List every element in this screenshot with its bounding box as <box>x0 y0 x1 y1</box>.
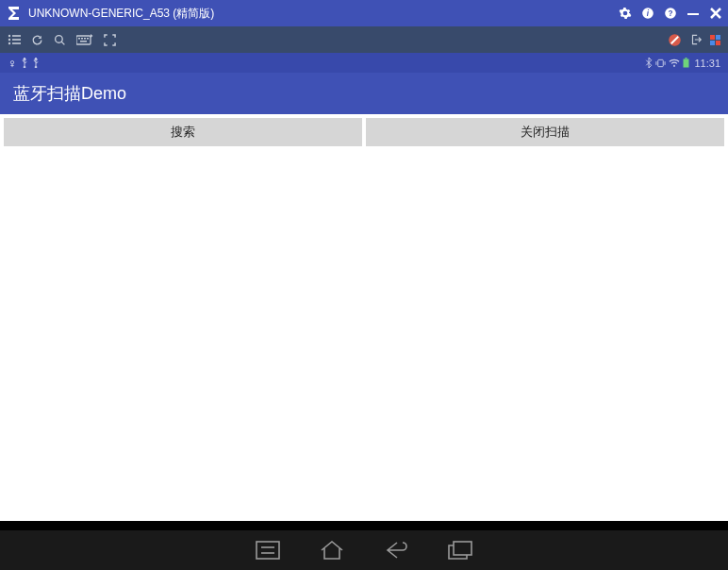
device-screen: 11:31 蓝牙扫描Demo 搜索 关闭扫描 <box>0 53 728 521</box>
list-icon[interactable] <box>8 34 21 45</box>
svg-rect-26 <box>686 58 687 59</box>
search-button[interactable]: 搜索 <box>4 118 362 146</box>
svg-rect-13 <box>76 36 91 44</box>
status-time: 11:31 <box>694 58 720 69</box>
window-titlebar: UNKNOWN-GENERIC_A53 (精简版) i ? <box>0 0 728 26</box>
svg-point-5 <box>8 35 10 37</box>
android-status-bar: 11:31 <box>0 53 728 73</box>
svg-rect-27 <box>684 59 689 68</box>
app-title: 蓝牙扫描Demo <box>13 82 126 105</box>
window-title: UNKNOWN-GENERIC_A53 (精简版) <box>28 6 619 22</box>
fullscreen-icon[interactable] <box>104 34 116 46</box>
svg-rect-18 <box>80 41 87 42</box>
svg-rect-22 <box>658 59 664 66</box>
nav-home-icon[interactable] <box>320 540 344 561</box>
scan-result-list <box>0 146 728 521</box>
svg-rect-31 <box>454 542 472 555</box>
block-icon[interactable] <box>668 33 682 47</box>
svg-text:?: ? <box>669 9 673 18</box>
svg-line-12 <box>61 42 64 44</box>
grid-apps-icon[interactable] <box>710 35 720 45</box>
close-icon[interactable] <box>709 7 722 20</box>
svg-point-11 <box>56 35 63 42</box>
app-logo-sigma-icon <box>6 5 25 22</box>
android-nav-bar <box>0 530 728 570</box>
bluetooth-icon <box>645 58 653 68</box>
zoom-icon[interactable] <box>54 34 66 46</box>
svg-rect-15 <box>81 38 83 40</box>
nav-back-icon[interactable] <box>384 540 408 561</box>
svg-point-7 <box>8 39 10 41</box>
button-row: 搜索 关闭扫描 <box>0 114 728 146</box>
svg-point-21 <box>10 60 13 63</box>
help-icon[interactable]: ? <box>664 7 677 20</box>
svg-rect-6 <box>12 35 21 37</box>
status-usb-icon <box>21 58 28 68</box>
nav-recent-icon[interactable] <box>448 541 472 560</box>
svg-point-25 <box>674 65 675 66</box>
refresh-icon[interactable] <box>31 34 43 46</box>
emulator-toolbar <box>0 26 728 53</box>
battery-icon <box>683 58 689 68</box>
app-bar: 蓝牙扫描Demo <box>0 73 728 114</box>
status-network-icon <box>8 59 17 68</box>
nav-menu-icon[interactable] <box>256 541 280 560</box>
title-actions: i ? <box>619 7 722 20</box>
svg-rect-14 <box>78 38 80 40</box>
wifi-icon <box>669 59 680 68</box>
exit-icon[interactable] <box>689 33 703 46</box>
svg-rect-17 <box>87 38 89 40</box>
svg-rect-16 <box>84 38 86 40</box>
vibrate-icon <box>655 59 666 68</box>
info-icon[interactable]: i <box>641 7 654 20</box>
close-scan-button[interactable]: 关闭扫描 <box>366 118 724 146</box>
svg-rect-4 <box>687 13 699 15</box>
minimize-icon[interactable] <box>687 7 700 20</box>
settings-icon[interactable] <box>619 7 632 20</box>
svg-rect-10 <box>12 42 21 44</box>
svg-rect-28 <box>256 542 279 559</box>
svg-point-9 <box>8 42 10 44</box>
status-usb-icon-2 <box>32 58 40 68</box>
keyboard-icon[interactable] <box>76 34 93 45</box>
svg-rect-8 <box>12 39 21 41</box>
